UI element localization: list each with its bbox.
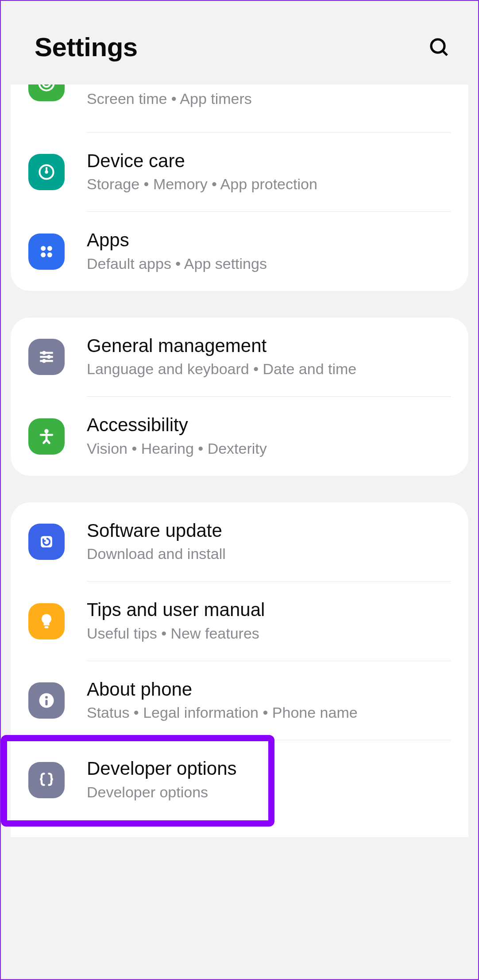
row-subtitle: Vision • Hearing • Dexterity — [87, 439, 447, 458]
search-button[interactable] — [427, 35, 452, 60]
row-text: Device care Storage • Memory • App prote… — [87, 150, 447, 194]
settings-row-apps[interactable]: Apps Default apps • App settings — [11, 212, 468, 291]
row-text: Software update Download and install — [87, 520, 447, 563]
person-icon — [28, 418, 65, 455]
row-text: Tips and user manual Useful tips • New f… — [87, 599, 447, 643]
row-text: Apps Default apps • App settings — [87, 230, 447, 273]
gauge-icon — [28, 154, 65, 190]
settings-row-tips[interactable]: Tips and user manual Useful tips • New f… — [11, 582, 468, 660]
svg-point-6 — [45, 171, 48, 174]
settings-row-software-update[interactable]: Software update Download and install — [11, 502, 468, 581]
row-subtitle: Storage • Memory • App protection — [87, 174, 447, 194]
row-title: Tips and user manual — [87, 599, 447, 620]
svg-rect-19 — [44, 626, 48, 628]
settings-row-accessibility[interactable]: Accessibility Vision • Hearing • Dexteri… — [11, 397, 468, 475]
svg-point-12 — [42, 351, 46, 355]
row-subtitle: Screen time • App timers — [87, 89, 447, 108]
page-title: Settings — [35, 32, 138, 62]
row-subtitle: Language and keyboard • Date and time — [87, 359, 447, 379]
row-subtitle: Status • Legal information • Phone name — [87, 703, 447, 722]
row-title: Accessibility — [87, 414, 447, 436]
sliders-icon — [28, 339, 65, 375]
bulb-icon — [28, 603, 65, 639]
braces-icon — [28, 762, 65, 798]
row-title: General management — [87, 335, 447, 356]
row-text: General management Language and keyboard… — [87, 335, 447, 379]
settings-row-developer-options[interactable]: Developer options Developer options — [11, 740, 468, 819]
row-title: controls — [87, 84, 447, 86]
row-title: Developer options — [87, 758, 447, 779]
settings-group: General management Language and keyboard… — [11, 318, 468, 476]
header: Settings — [1, 1, 478, 84]
settings-row-about-phone[interactable]: About phone Status • Legal information •… — [11, 661, 468, 740]
settings-row-device-care[interactable]: Device care Storage • Memory • App prote… — [11, 133, 468, 211]
svg-point-3 — [43, 84, 50, 87]
svg-point-0 — [431, 39, 444, 53]
settings-group: controls Screen time • App timers Device… — [11, 84, 468, 291]
svg-rect-22 — [45, 700, 47, 705]
row-subtitle: Download and install — [87, 544, 447, 563]
svg-point-9 — [41, 253, 46, 257]
row-title: Software update — [87, 520, 447, 541]
svg-point-16 — [42, 359, 46, 363]
settings-row-parental[interactable]: controls Screen time • App timers — [11, 84, 468, 132]
row-title: About phone — [87, 679, 447, 700]
refresh-icon — [28, 524, 65, 560]
svg-point-8 — [47, 246, 52, 251]
row-subtitle: Default apps • App settings — [87, 254, 447, 273]
grid-icon — [28, 234, 65, 270]
row-subtitle: Developer options — [87, 782, 447, 802]
row-text: Accessibility Vision • Hearing • Dexteri… — [87, 414, 447, 458]
svg-point-7 — [41, 246, 46, 251]
target-icon — [28, 84, 65, 101]
search-icon — [429, 37, 450, 58]
row-text: About phone Status • Legal information •… — [87, 679, 447, 722]
svg-line-1 — [443, 51, 447, 55]
row-text: Developer options Developer options — [87, 758, 447, 801]
svg-point-21 — [45, 696, 48, 699]
settings-group: Software update Download and install Tip… — [11, 502, 468, 837]
svg-point-10 — [47, 253, 52, 257]
row-title: Apps — [87, 230, 447, 251]
row-text: controls Screen time • App timers — [87, 84, 447, 108]
info-icon — [28, 682, 65, 719]
row-title: Device care — [87, 150, 447, 172]
svg-point-17 — [44, 429, 49, 433]
svg-point-14 — [47, 355, 51, 359]
row-subtitle: Useful tips • New features — [87, 624, 447, 643]
settings-row-general-management[interactable]: General management Language and keyboard… — [11, 318, 468, 396]
